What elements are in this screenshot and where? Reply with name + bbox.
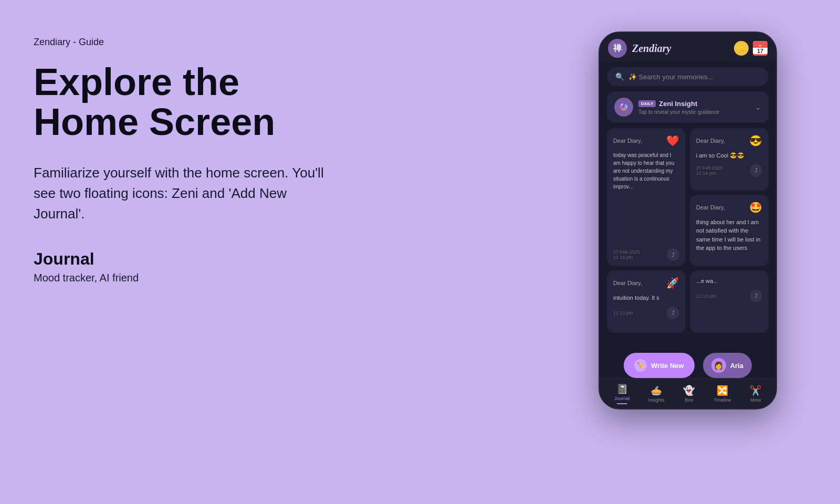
guide-label: Zendiary - Guide bbox=[34, 37, 338, 48]
insight-content: DAILY Zeni Insight Tap to reveal your my… bbox=[638, 100, 750, 115]
coin-icon: 🪙 bbox=[734, 41, 749, 56]
phone-header: 禅 Zendiary 🪙 ▪▪ 17 bbox=[600, 33, 776, 62]
card-2-share-button[interactable]: ⤴ bbox=[750, 164, 762, 177]
card-2-emoji: 😎 bbox=[749, 134, 762, 147]
app-logo: 禅 bbox=[608, 39, 627, 58]
insight-title: Zeni Insight bbox=[659, 100, 697, 108]
card-5-text: ...e wa... bbox=[696, 277, 762, 286]
nav-item-boo[interactable]: 👻 Boo bbox=[683, 385, 695, 403]
card-2-footer: 27 Feb 202511:14 pm ⤴ bbox=[696, 164, 762, 177]
card-4-label: Dear Diary, bbox=[613, 280, 642, 286]
chevron-down-icon: ⌄ bbox=[755, 103, 761, 111]
journal-nav-icon: 📓 bbox=[616, 383, 628, 395]
journal-card-4[interactable]: Dear Diary, 🚀 intuition today. It s 11:1… bbox=[607, 270, 686, 333]
fab-aria-button[interactable]: 👩 Aria bbox=[703, 353, 752, 378]
fab-aria-label: Aria bbox=[730, 362, 743, 370]
journal-card-1[interactable]: Dear Diary, ❤️ today was peaceful and I … bbox=[607, 128, 686, 266]
nav-journal-label: Journal bbox=[614, 396, 630, 401]
card-4-header: Dear Diary, 🚀 bbox=[613, 277, 679, 289]
card-4-text: intuition today. It s bbox=[613, 293, 679, 302]
journal-card-5[interactable]: ...e wa... 11:13 pm ⤴ bbox=[690, 270, 769, 333]
timeline-nav-icon: 🔀 bbox=[717, 385, 728, 396]
more-nav-icon: ✂️ bbox=[750, 385, 761, 396]
calendar-icon: ▪▪ 17 bbox=[753, 41, 768, 56]
description-text: Familiarize yourself with the home scree… bbox=[34, 163, 338, 224]
nav-insights-label: Insights bbox=[648, 397, 665, 403]
card-2-label: Dear Diary, bbox=[696, 138, 725, 144]
card-5-footer: 11:13 pm ⤴ bbox=[696, 290, 762, 302]
insight-card[interactable]: 🔮 DAILY Zeni Insight Tap to reveal your … bbox=[607, 91, 769, 123]
daily-badge: DAILY bbox=[638, 100, 656, 107]
search-icon: 🔍 bbox=[615, 72, 624, 81]
app-title: Zendiary bbox=[632, 43, 734, 55]
card-3-label: Dear Diary, bbox=[696, 204, 725, 211]
card-2-date: 27 Feb 202511:14 pm bbox=[696, 165, 723, 176]
card-1-header: Dear Diary, ❤️ bbox=[613, 134, 679, 147]
insights-nav-icon: 🥧 bbox=[650, 385, 662, 396]
card-5-share-button[interactable]: ⤴ bbox=[750, 290, 762, 302]
insight-subtitle: Tap to reveal your mystic guidance bbox=[638, 109, 750, 115]
card-5-date: 11:13 pm bbox=[696, 293, 716, 299]
boo-nav-icon: 👻 bbox=[683, 385, 695, 396]
left-content: Zendiary - Guide Explore the Home Screen… bbox=[34, 37, 338, 284]
fab-area: ✏️ Write New 👩 Aria bbox=[600, 353, 776, 378]
journal-section-sub: Mood tracker, AI friend bbox=[34, 272, 338, 284]
card-1-footer: 27 Feb 202511:14 pm ⤴ bbox=[613, 248, 679, 261]
aria-avatar: 👩 bbox=[711, 358, 726, 373]
heading-line2: Home Screen bbox=[34, 101, 275, 143]
nav-boo-label: Boo bbox=[685, 397, 693, 403]
card-4-emoji: 🚀 bbox=[666, 277, 679, 289]
card-1-emoji: ❤️ bbox=[666, 134, 679, 147]
insight-avatar: 🔮 bbox=[614, 98, 633, 117]
cards-grid: Dear Diary, ❤️ today was peaceful and I … bbox=[607, 128, 769, 333]
card-2-header: Dear Diary, 😎 bbox=[696, 134, 762, 147]
pencil-icon: ✏️ bbox=[634, 359, 647, 372]
heading-line1: Explore the bbox=[34, 61, 239, 103]
search-bar[interactable]: 🔍 ✨ Search your memories... bbox=[607, 67, 769, 86]
journal-card-2[interactable]: Dear Diary, 😎 i am so Cool 😎😎 27 Feb 202… bbox=[690, 128, 769, 191]
journal-card-3[interactable]: Dear Diary, 🤩 thing about her and I am n… bbox=[690, 195, 769, 266]
card-1-label: Dear Diary, bbox=[613, 138, 642, 144]
nav-item-insights[interactable]: 🥧 Insights bbox=[648, 385, 665, 403]
phone-mockup: 禅 Zendiary 🪙 ▪▪ 17 🔍 ✨ Search your memor… bbox=[598, 32, 777, 410]
card-4-share-button[interactable]: ⤴ bbox=[667, 307, 679, 319]
card-1-date: 27 Feb 202511:14 pm bbox=[613, 249, 640, 260]
nav-item-journal[interactable]: 📓 Journal bbox=[614, 383, 630, 404]
header-icons: 🪙 ▪▪ 17 bbox=[734, 41, 768, 56]
card-4-date: 11:13 pm bbox=[613, 310, 633, 316]
active-indicator bbox=[617, 403, 627, 404]
card-2-text: i am so Cool 😎😎 bbox=[696, 151, 762, 160]
phone-content: 禅 Zendiary 🪙 ▪▪ 17 🔍 ✨ Search your memor… bbox=[600, 33, 776, 378]
nav-more-label: More bbox=[750, 397, 761, 403]
card-4-footer: 11:13 pm ⤴ bbox=[613, 307, 679, 319]
insight-header: DAILY Zeni Insight bbox=[638, 100, 750, 108]
card-3-header: Dear Diary, 🤩 bbox=[696, 201, 762, 214]
card-3-emoji: 🤩 bbox=[749, 201, 762, 214]
fab-write-label: Write New bbox=[651, 362, 684, 370]
nav-timeline-label: Timeline bbox=[713, 397, 731, 403]
main-heading: Explore the Home Screen bbox=[34, 62, 338, 142]
nav-item-timeline[interactable]: 🔀 Timeline bbox=[713, 385, 731, 403]
card-3-text: thing about her and I am not satisfied w… bbox=[696, 218, 762, 253]
fab-write-button[interactable]: ✏️ Write New bbox=[624, 353, 695, 378]
card-1-share-button[interactable]: ⤴ bbox=[667, 248, 679, 261]
card-1-text: today was peaceful and I am happy to hea… bbox=[613, 151, 679, 191]
journal-section-title: Journal bbox=[34, 249, 338, 269]
search-input: ✨ Search your memories... bbox=[628, 73, 713, 81]
nav-item-more[interactable]: ✂️ More bbox=[750, 385, 761, 403]
bottom-nav: 📓 Journal 🥧 Insights 👻 Boo 🔀 Timeline ✂️… bbox=[600, 378, 776, 408]
